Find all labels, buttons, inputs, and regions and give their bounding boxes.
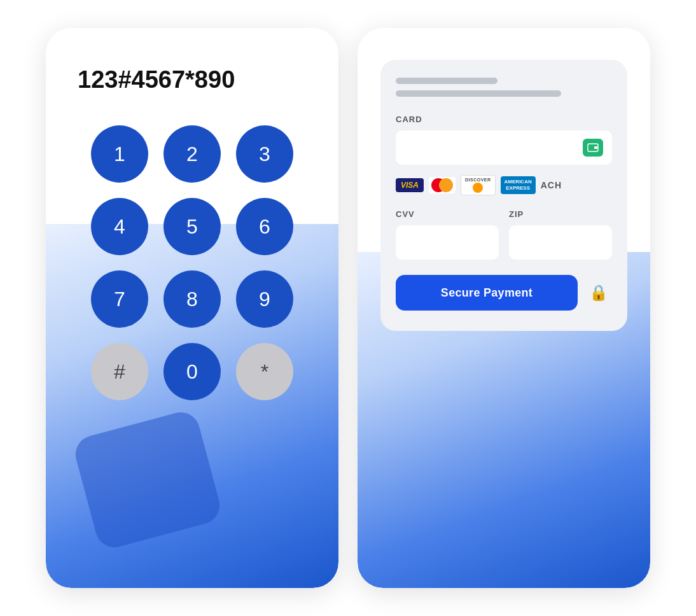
visa-logo: VISA xyxy=(396,178,424,192)
discover-logo: DISCOVER xyxy=(461,175,496,195)
numpad-btn-8[interactable]: 8 xyxy=(164,270,221,328)
card-logos: VISA DISCOVER AMERICANEXPRESS ACH xyxy=(396,175,612,195)
cvv-zip-row: CVV ZIP xyxy=(396,199,612,260)
payment-card: CARD VISA DISCOVER AMERICANEXPRESS xyxy=(380,60,627,331)
numpad-btn-7[interactable]: 7 xyxy=(91,270,148,328)
numpad-btn-3[interactable]: 3 xyxy=(236,125,293,183)
wallet-icon xyxy=(583,139,603,157)
numpad-btn-star[interactable]: * xyxy=(236,343,293,400)
card-top-bar xyxy=(396,78,498,84)
numpad-btn-0[interactable]: 0 xyxy=(164,343,221,400)
numpad-btn-9[interactable]: 9 xyxy=(236,270,293,328)
numpad-btn-hash[interactable]: # xyxy=(91,343,148,400)
numpad-btn-6[interactable]: 6 xyxy=(236,198,293,255)
numpad-btn-4[interactable]: 4 xyxy=(91,198,148,255)
numpad-btn-2[interactable]: 2 xyxy=(164,125,221,183)
numpad-btn-5[interactable]: 5 xyxy=(164,198,221,255)
lock-icon: 🔒 xyxy=(585,279,612,306)
zip-label: ZIP xyxy=(509,209,612,219)
amex-logo: AMERICANEXPRESS xyxy=(501,176,536,195)
mastercard-logo xyxy=(429,177,456,193)
cvv-input[interactable] xyxy=(396,225,499,260)
secure-payment-button[interactable]: Secure Payment xyxy=(396,275,578,311)
card-input-wrapper xyxy=(396,130,612,165)
cvv-col: CVV xyxy=(396,199,499,260)
ach-label: ACH xyxy=(541,180,562,190)
card-field-label: CARD xyxy=(396,115,612,124)
discover-circle xyxy=(473,183,483,193)
cvv-label: CVV xyxy=(396,209,499,219)
secure-payment-row: Secure Payment 🔒 xyxy=(396,275,612,311)
svg-rect-2 xyxy=(594,146,597,149)
card-input[interactable] xyxy=(396,130,612,165)
numpad-grid: 1 2 3 4 5 6 7 8 9 # 0 * xyxy=(91,125,293,400)
numpad-btn-1[interactable]: 1 xyxy=(91,125,148,183)
mastercard-orange-circle xyxy=(439,178,453,192)
zip-input[interactable] xyxy=(509,225,612,260)
numpad-panel: 123#4567*890 1 2 3 4 5 6 7 8 9 # 0 * xyxy=(46,28,338,588)
card-top-bar2 xyxy=(396,90,561,97)
zip-col: ZIP xyxy=(509,199,612,260)
numpad-display: 123#4567*890 xyxy=(71,66,235,94)
payment-panel: CARD VISA DISCOVER AMERICANEXPRESS xyxy=(358,28,650,588)
